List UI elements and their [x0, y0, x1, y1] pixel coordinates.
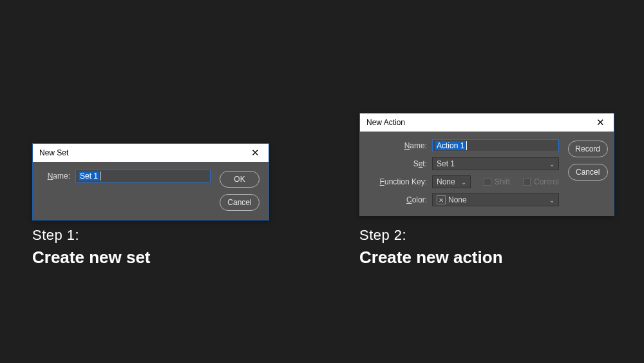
name-label: Name: — [42, 172, 70, 181]
function-key-label: Function Key: — [369, 177, 427, 186]
name-row: Name: Set 1 — [42, 170, 211, 182]
step-title: Create new set — [32, 248, 151, 268]
name-row: Name: Action 1 — [369, 139, 559, 152]
form-column: Name: Set 1 — [42, 170, 211, 182]
shift-checkbox[interactable] — [484, 178, 491, 186]
function-key-dropdown[interactable]: None ⌄ — [432, 175, 471, 188]
shift-checkbox-wrap: Shift — [484, 177, 510, 186]
color-label: Color: — [369, 195, 427, 204]
step2-caption: Step 2: Create new action — [359, 227, 503, 268]
form-column: Name: Action 1 Set: Set 1 ⌄ Function Key… — [369, 139, 559, 206]
step1-caption: Step 1: Create new set — [32, 227, 151, 268]
button-column: Record Cancel — [568, 139, 608, 181]
text-caret — [100, 172, 100, 181]
record-button[interactable]: Record — [568, 141, 608, 157]
color-value: None — [448, 195, 467, 204]
new-set-dialog: New Set ✕ Name: Set 1 OK Cancel — [32, 143, 269, 221]
control-checkbox[interactable] — [523, 178, 531, 186]
ok-button[interactable]: OK — [220, 171, 260, 188]
dialog-titlebar[interactable]: New Action ✕ — [360, 113, 614, 132]
dialog-body: Name: Action 1 Set: Set 1 ⌄ Function Key… — [360, 132, 614, 215]
name-label: Name: — [369, 141, 427, 150]
name-input-value: Set 1 — [79, 172, 99, 181]
dialog-titlebar[interactable]: New Set ✕ — [33, 144, 269, 162]
set-value: Set 1 — [437, 159, 455, 168]
name-input[interactable]: Set 1 — [75, 170, 211, 182]
close-icon[interactable]: ✕ — [247, 146, 263, 160]
step-label: Step 2: — [359, 227, 503, 244]
function-key-row: Function Key: None ⌄ Shift Control — [369, 175, 559, 188]
dialog-title: New Set — [39, 148, 68, 157]
name-input[interactable]: Action 1 — [432, 139, 559, 152]
function-key-value: None — [437, 177, 455, 186]
button-column: OK Cancel — [220, 170, 260, 211]
new-action-dialog: New Action ✕ Name: Action 1 Set: Set 1 ⌄… — [359, 113, 614, 216]
shift-label: Shift — [495, 177, 510, 186]
set-label: Set: — [369, 159, 427, 168]
step-label: Step 1: — [32, 227, 151, 244]
chevron-down-icon: ⌄ — [461, 179, 466, 186]
set-row: Set: Set 1 ⌄ — [369, 157, 559, 170]
chevron-down-icon: ⌄ — [549, 197, 554, 204]
set-dropdown[interactable]: Set 1 ⌄ — [432, 157, 559, 170]
close-icon[interactable]: ✕ — [592, 115, 609, 130]
control-label: Control — [534, 177, 559, 186]
color-row: Color: ✕ None ⌄ — [369, 193, 559, 206]
chevron-down-icon: ⌄ — [549, 161, 554, 168]
color-dropdown[interactable]: ✕ None ⌄ — [432, 193, 559, 206]
dialog-body: Name: Set 1 OK Cancel — [33, 162, 269, 220]
control-checkbox-wrap: Control — [523, 177, 559, 186]
text-caret — [466, 141, 467, 150]
none-swatch-icon: ✕ — [437, 195, 446, 204]
dialog-title: New Action — [366, 118, 405, 127]
cancel-button[interactable]: Cancel — [220, 194, 260, 211]
step-title: Create new action — [359, 248, 503, 268]
cancel-button[interactable]: Cancel — [568, 164, 608, 181]
name-input-value: Action 1 — [435, 141, 466, 150]
